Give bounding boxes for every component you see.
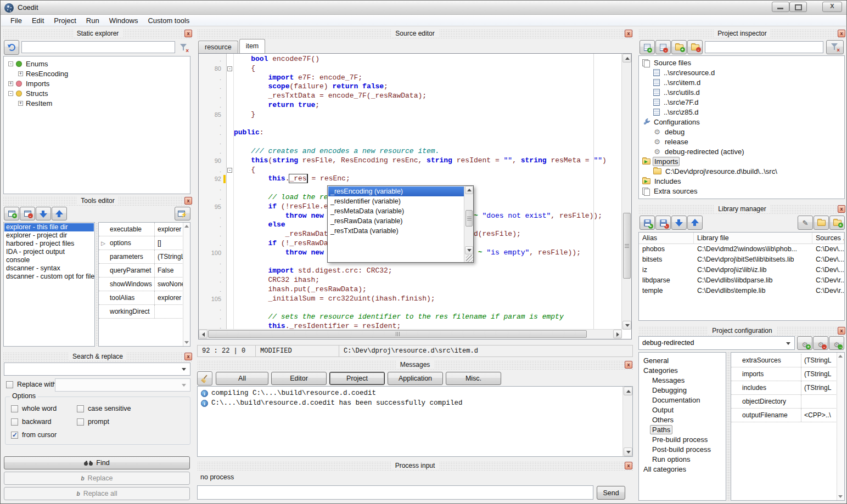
move-library-down-button[interactable] — [671, 216, 687, 230]
messages-scroll-down[interactable] — [624, 448, 632, 456]
project-tree-item[interactable]: release — [639, 137, 844, 146]
replace-with-checkbox[interactable] — [6, 381, 13, 388]
library-from-project-button[interactable] — [814, 216, 829, 230]
property-row[interactable]: toolAliasexplorer — [99, 291, 183, 305]
tool-grid-scrollbar[interactable] — [183, 223, 190, 346]
process-input-close-icon[interactable]: x — [625, 462, 632, 469]
search-option[interactable]: whole word — [11, 405, 57, 412]
inspector-filter-input[interactable] — [705, 41, 823, 53]
tools-editor-close-icon[interactable]: x — [184, 197, 192, 205]
project-tree-item[interactable]: ..\src\resource.d — [639, 67, 844, 77]
tool-list-item[interactable]: dscanner - custom opt for file — [4, 273, 94, 281]
filter-all[interactable]: All — [216, 372, 268, 385]
library-row[interactable]: templeC:\Dev\dlibs\temple.libC:\Dev\r... — [639, 286, 844, 296]
remove-config-button[interactable]: - — [813, 336, 828, 350]
message-line[interactable]: iC:\...\build\resource.d.coedit has been… — [199, 398, 622, 408]
search-option[interactable]: prompt — [77, 418, 109, 426]
tool-list-item[interactable]: explorer - project dir — [4, 231, 94, 240]
menu-project[interactable]: Project — [49, 15, 81, 26]
tool-list-item[interactable]: dscanner - syntax — [4, 264, 94, 273]
library-row[interactable]: phobosC:\Dev\dmd2\windows\lib\phob...C:\… — [639, 244, 844, 254]
project-tree-item[interactable]: debug-redirected (active) — [639, 146, 844, 156]
property-row[interactable]: workingDirect — [99, 305, 183, 319]
property-row[interactable]: objectDirectory — [731, 395, 837, 409]
project-tree-item[interactable]: Imports — [639, 156, 844, 166]
library-row[interactable]: izC:\Dev\dproj\iz\lib\iz.libC:\Dev\... — [639, 265, 844, 275]
config-category-item[interactable]: Pre-build process — [639, 434, 726, 444]
property-row[interactable]: queryParametFalse — [99, 264, 183, 278]
tool-list-item[interactable]: console — [4, 256, 94, 264]
title-bar[interactable]: Coedit X — [1, 1, 846, 15]
filter-misc[interactable]: Misc. — [446, 372, 501, 385]
refresh-button[interactable] — [4, 40, 19, 55]
search-option[interactable]: from cursor — [11, 431, 57, 439]
property-row[interactable]: ▷options[] — [99, 236, 183, 250]
remove-tool-button[interactable]: - — [20, 207, 35, 220]
scroll-up-button[interactable] — [622, 54, 631, 63]
messages-close-icon[interactable]: x — [625, 361, 632, 369]
scroll-down-button[interactable] — [622, 321, 631, 330]
minimize-button[interactable] — [772, 2, 789, 12]
config-category-item[interactable]: Categories — [639, 365, 726, 375]
add-folder-button[interactable]: + — [671, 40, 687, 54]
message-line[interactable]: icompiling C:\...\build\resource.d.coedi… — [199, 388, 622, 398]
project-tree-item[interactable]: Source files — [639, 58, 844, 67]
move-tool-down-button[interactable] — [36, 207, 51, 220]
completion-item[interactable]: _resRawData (variable) — [328, 216, 464, 226]
popup-scroll-down[interactable] — [465, 246, 473, 254]
project-config-close-icon[interactable]: x — [838, 327, 845, 335]
add-library-button[interactable]: + — [640, 216, 655, 230]
property-row[interactable]: showWindowsswoNone — [99, 278, 183, 291]
search-term-combo[interactable] — [4, 363, 190, 376]
project-inspector-close-icon[interactable]: x — [838, 30, 845, 37]
property-row[interactable]: outputFilename<CPP>..\ — [731, 409, 837, 422]
remove-library-button[interactable]: - — [655, 216, 671, 230]
apply-tool-button[interactable] — [175, 207, 190, 220]
config-splitter[interactable] — [727, 352, 730, 501]
library-add-folder-button[interactable]: + — [829, 216, 845, 230]
configuration-selector[interactable]: debug-redirected — [638, 336, 795, 350]
replace-with-option[interactable]: Replace with — [6, 381, 57, 388]
property-row[interactable]: extraSources(TStringL — [731, 354, 837, 367]
project-tree-item[interactable]: C:\Dev\dproj\resource.d\build\..\src\ — [639, 166, 844, 176]
replace-all-button[interactable]: bReplace all — [4, 487, 190, 500]
send-button[interactable]: Send — [597, 486, 625, 500]
scroll-left-button[interactable] — [199, 330, 207, 338]
editor-hscrollbar[interactable] — [199, 329, 622, 339]
config-category-item[interactable]: General — [639, 355, 726, 365]
property-row[interactable]: parameters(TStringL — [99, 250, 183, 264]
clone-config-button[interactable]: → — [829, 336, 844, 350]
completion-item[interactable]: _resTxtData (variable) — [328, 226, 464, 236]
config-category-item[interactable]: Debugging — [639, 385, 726, 395]
config-category-item[interactable]: Others — [639, 415, 726, 424]
config-category-item[interactable]: Run options — [639, 454, 726, 464]
project-tree-item[interactable]: Includes — [639, 176, 844, 186]
config-category-item[interactable]: Documentation — [639, 395, 726, 405]
project-tree-item[interactable]: ..\src\item.d — [639, 77, 844, 87]
tab-item[interactable]: item — [239, 39, 266, 53]
menu-custom-tools[interactable]: Custom tools — [143, 15, 194, 26]
fold-marker-icon[interactable]: - — [227, 66, 232, 71]
menu-run[interactable]: Run — [81, 15, 104, 26]
search-replace-close-icon[interactable]: x — [184, 353, 192, 360]
popup-resize-grip[interactable] — [466, 255, 473, 262]
maximize-button[interactable] — [789, 2, 807, 12]
library-row[interactable]: libdparseC:\Dev\dlibs\libdparse.libC:\De… — [639, 275, 844, 286]
close-button[interactable]: X — [822, 2, 842, 12]
property-row[interactable]: executableexplorer — [99, 223, 183, 236]
config-grid-scrollbar[interactable] — [837, 353, 844, 500]
property-row[interactable]: imports(TStringL — [731, 367, 837, 381]
inspector-clear-filter-button[interactable] — [826, 40, 844, 54]
menu-windows[interactable]: Windows — [104, 15, 143, 26]
edit-library-button[interactable] — [798, 216, 813, 230]
replace-term-combo[interactable] — [55, 378, 190, 392]
move-tool-up-button[interactable] — [52, 207, 67, 220]
source-editor-close-icon[interactable]: x — [625, 30, 632, 37]
property-row[interactable]: includes(TStringL — [731, 381, 837, 395]
scroll-right-button[interactable] — [613, 330, 622, 338]
completion-item[interactable]: _resMetaData (variable) — [328, 206, 464, 216]
config-category-item[interactable]: Messages — [639, 375, 726, 385]
completion-item[interactable]: _resIdentifier (variable) — [328, 196, 464, 206]
filter-project[interactable]: Project — [329, 372, 385, 385]
tab-resource[interactable]: resource — [198, 41, 238, 53]
